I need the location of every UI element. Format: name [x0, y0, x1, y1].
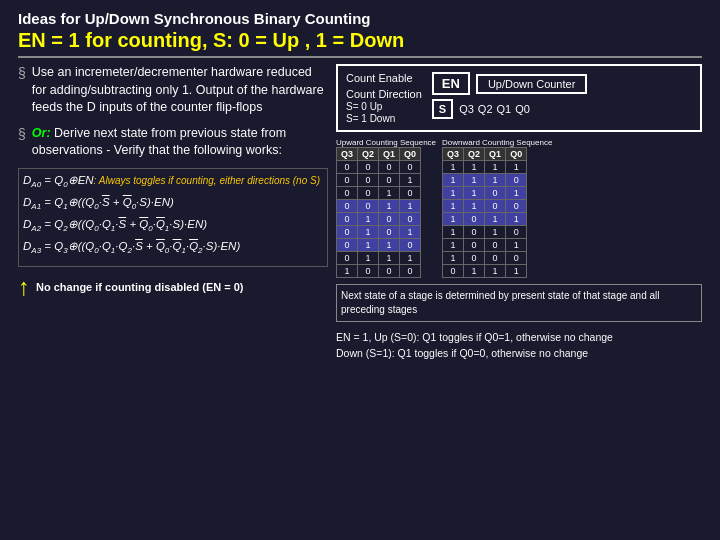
bullet2-rest: Derive next state from previous state fr… [32, 126, 286, 158]
en-updown-row: EN Up/Down Counter [432, 72, 588, 95]
direction-vals: S= 0 UpS= 1 Down [346, 101, 395, 124]
en-box: EN [432, 72, 470, 95]
downward-table: Q3Q2Q1Q011111110110111001011101010011000… [442, 147, 527, 278]
title-area: Ideas for Up/Down Synchronous Binary Cou… [18, 10, 702, 58]
en1-down-text: Down (S=1): Q1 toggles if Q0=0, otherwis… [336, 346, 702, 362]
count-enable-direction: Count Enable Count Direction S= 0 UpS= 1… [346, 72, 422, 124]
formula-da2: DA2 = Q2⊕((Q0·Q1·S + Q0·Q1·S)·EN) [23, 217, 323, 233]
bullet-marker-1: § [18, 65, 26, 81]
q2-label: Q2 [478, 103, 493, 115]
title-line1: Ideas for Up/Down Synchronous Binary Cou… [18, 10, 702, 27]
always-toggles-label: : Always toggles if counting, either dir… [94, 175, 320, 186]
upward-table-wrapper: Upward Counting Sequence Q3Q2Q1Q00000000… [336, 138, 436, 278]
q3-label: Q3 [459, 103, 474, 115]
tables-area: Upward Counting Sequence Q3Q2Q1Q00000000… [336, 138, 702, 278]
title-line2: EN = 1 for counting, S: 0 = Up , 1 = Dow… [18, 29, 702, 58]
no-change-area: ↑ No change if counting disabled (EN = 0… [18, 273, 328, 301]
or-text: Or: [32, 126, 51, 140]
formula-da3: DA3 = Q3⊕((Q0·Q1·Q2·S + Q0·Q1·Q2·S)·EN) [23, 239, 323, 255]
q1-label: Q1 [497, 103, 512, 115]
no-change-text: No change if counting disabled (EN = 0) [36, 281, 244, 293]
formulas-box: DA0 = Q0⊕EN : Always toggles if counting… [18, 168, 328, 267]
formula-da0: DA0 = Q0⊕EN : Always toggles if counting… [23, 173, 323, 189]
bullet1-text: Use an incremeter/decrementer hardware r… [32, 64, 328, 117]
bullet1: § Use an incremeter/decrementer hardware… [18, 64, 328, 117]
right-column: Count Enable Count Direction S= 0 UpS= 1… [336, 64, 702, 362]
bottom-right-text: EN = 1, Up (S=0): Q1 toggles if Q0=1, ot… [336, 330, 702, 362]
en1-up-text: EN = 1, Up (S=0): Q1 toggles if Q0=1, ot… [336, 330, 702, 346]
count-enable-label: Count Enable [346, 72, 422, 84]
counter-diagram: Count Enable Count Direction S= 0 UpS= 1… [336, 64, 702, 132]
annotation-text: Next state of a stage is determined by p… [341, 290, 660, 315]
left-column: § Use an incremeter/decrementer hardware… [18, 64, 328, 362]
formula-da1: DA1 = Q1⊕((Q0·S + Q0·S)·EN) [23, 195, 323, 211]
counter-box-area: EN Up/Down Counter S Q3 Q2 Q1 Q0 [432, 72, 588, 119]
upward-table: Q3Q2Q1Q000000001001000110100010101100111… [336, 147, 421, 278]
s-q-row: S Q3 Q2 Q1 Q0 [432, 99, 588, 119]
bullet2-text: Or: Derive next state from previous stat… [32, 125, 328, 160]
slide: Ideas for Up/Down Synchronous Binary Cou… [0, 0, 720, 540]
s-label: S [432, 99, 453, 119]
upward-seq-label: Upward Counting Sequence [336, 138, 436, 147]
downward-seq-label: Downward Counting Sequence [442, 138, 552, 147]
counter-box: Up/Down Counter [476, 74, 587, 94]
bullet-marker-2: § [18, 126, 26, 142]
count-direction-label: Count Direction S= 0 UpS= 1 Down [346, 88, 422, 124]
up-arrow-icon: ↑ [18, 273, 30, 301]
q-labels: Q3 Q2 Q1 Q0 [459, 103, 530, 115]
annotation-box: Next state of a stage is determined by p… [336, 284, 702, 322]
downward-table-wrapper: Downward Counting Sequence Q3Q2Q1Q011111… [442, 138, 552, 278]
bullet2: § Or: Derive next state from previous st… [18, 125, 328, 160]
q0-label: Q0 [515, 103, 530, 115]
